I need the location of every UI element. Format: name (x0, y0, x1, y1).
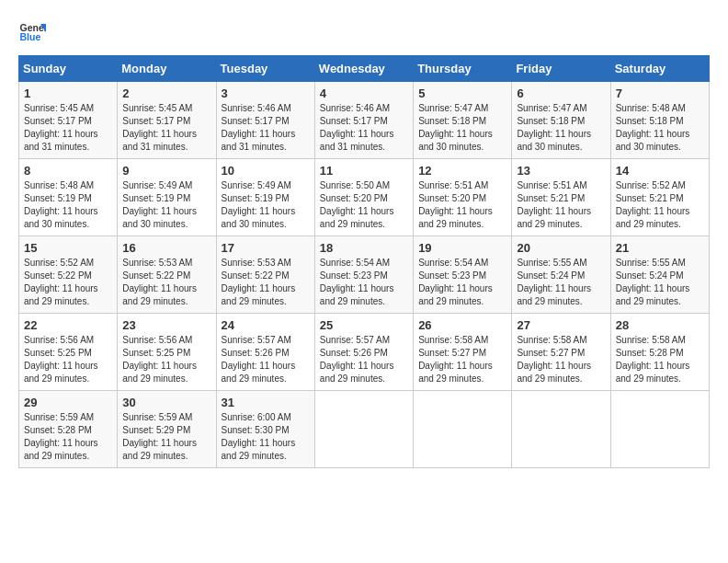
logo: General Blue (18, 18, 46, 46)
day-number: 13 (517, 164, 605, 178)
calendar-cell: 3Sunrise: 5:46 AMSunset: 5:17 PMDaylight… (216, 82, 314, 159)
day-info: Sunrise: 5:58 AMSunset: 5:28 PMDaylight:… (616, 334, 704, 385)
day-info: Sunrise: 5:46 AMSunset: 5:17 PMDaylight:… (320, 102, 408, 154)
col-header-saturday: Saturday (610, 56, 709, 82)
day-number: 10 (222, 164, 310, 178)
calendar-week-row: 1Sunrise: 5:45 AMSunset: 5:17 PMDaylight… (19, 82, 710, 159)
day-info: Sunrise: 5:53 AMSunset: 5:22 PMDaylight:… (122, 257, 210, 308)
calendar-week-row: 29Sunrise: 5:59 AMSunset: 5:28 PMDayligh… (19, 391, 710, 468)
logo-icon: General Blue (18, 18, 46, 46)
day-info: Sunrise: 5:58 AMSunset: 5:27 PMDaylight:… (517, 334, 605, 385)
day-info: Sunrise: 5:59 AMSunset: 5:29 PMDaylight:… (122, 411, 210, 463)
day-info: Sunrise: 5:57 AMSunset: 5:26 PMDaylight:… (222, 334, 310, 385)
day-number: 25 (320, 318, 408, 332)
day-info: Sunrise: 5:49 AMSunset: 5:19 PMDaylight:… (122, 179, 210, 231)
day-number: 12 (418, 164, 506, 178)
day-number: 30 (122, 396, 210, 409)
calendar-cell: 30Sunrise: 5:59 AMSunset: 5:29 PMDayligh… (118, 391, 216, 468)
day-number: 17 (222, 241, 310, 255)
calendar-cell: 27Sunrise: 5:58 AMSunset: 5:27 PMDayligh… (512, 314, 610, 391)
calendar-cell: 14Sunrise: 5:52 AMSunset: 5:21 PMDayligh… (610, 159, 709, 236)
calendar-cell: 11Sunrise: 5:50 AMSunset: 5:20 PMDayligh… (314, 159, 413, 236)
day-info: Sunrise: 5:47 AMSunset: 5:18 PMDaylight:… (418, 102, 506, 154)
day-info: Sunrise: 5:45 AMSunset: 5:17 PMDaylight:… (122, 102, 210, 154)
day-info: Sunrise: 5:52 AMSunset: 5:21 PMDaylight:… (616, 179, 704, 231)
day-info: Sunrise: 5:55 AMSunset: 5:24 PMDaylight:… (616, 257, 704, 308)
calendar-cell (512, 391, 610, 468)
day-info: Sunrise: 5:54 AMSunset: 5:23 PMDaylight:… (418, 257, 506, 308)
day-number: 15 (24, 241, 112, 255)
day-number: 20 (517, 241, 605, 255)
day-number: 31 (222, 396, 310, 409)
day-number: 18 (320, 241, 408, 255)
day-number: 16 (122, 241, 210, 255)
day-info: Sunrise: 5:51 AMSunset: 5:21 PMDaylight:… (517, 179, 605, 231)
calendar-cell: 17Sunrise: 5:53 AMSunset: 5:22 PMDayligh… (216, 236, 314, 314)
calendar-cell: 10Sunrise: 5:49 AMSunset: 5:19 PMDayligh… (216, 159, 314, 236)
day-info: Sunrise: 5:51 AMSunset: 5:20 PMDaylight:… (418, 179, 506, 231)
calendar-cell: 9Sunrise: 5:49 AMSunset: 5:19 PMDaylight… (118, 159, 216, 236)
day-info: Sunrise: 5:52 AMSunset: 5:22 PMDaylight:… (24, 257, 112, 308)
calendar-cell (314, 391, 413, 468)
day-number: 24 (222, 318, 310, 332)
day-number: 23 (122, 318, 210, 332)
calendar-week-row: 15Sunrise: 5:52 AMSunset: 5:22 PMDayligh… (19, 236, 710, 314)
day-number: 22 (24, 318, 112, 332)
day-info: Sunrise: 5:56 AMSunset: 5:25 PMDaylight:… (122, 334, 210, 385)
day-info: Sunrise: 5:59 AMSunset: 5:28 PMDaylight:… (24, 411, 112, 463)
calendar-week-row: 8Sunrise: 5:48 AMSunset: 5:19 PMDaylight… (19, 159, 710, 236)
calendar-cell: 26Sunrise: 5:58 AMSunset: 5:27 PMDayligh… (414, 314, 512, 391)
calendar-cell: 15Sunrise: 5:52 AMSunset: 5:22 PMDayligh… (19, 236, 118, 314)
col-header-friday: Friday (512, 56, 610, 82)
calendar-cell: 2Sunrise: 5:45 AMSunset: 5:17 PMDaylight… (118, 82, 216, 159)
day-info: Sunrise: 5:53 AMSunset: 5:22 PMDaylight:… (222, 257, 310, 308)
col-header-tuesday: Tuesday (216, 56, 314, 82)
calendar-cell: 8Sunrise: 5:48 AMSunset: 5:19 PMDaylight… (19, 159, 118, 236)
day-number: 1 (24, 86, 112, 100)
day-number: 27 (517, 318, 605, 332)
calendar-week-row: 22Sunrise: 5:56 AMSunset: 5:25 PMDayligh… (19, 314, 710, 391)
calendar-cell: 22Sunrise: 5:56 AMSunset: 5:25 PMDayligh… (19, 314, 118, 391)
day-info: Sunrise: 5:58 AMSunset: 5:27 PMDaylight:… (418, 334, 506, 385)
day-number: 4 (320, 86, 408, 100)
header: General Blue (18, 18, 710, 46)
col-header-sunday: Sunday (19, 56, 118, 82)
calendar-cell (610, 391, 709, 468)
calendar-cell: 12Sunrise: 5:51 AMSunset: 5:20 PMDayligh… (414, 159, 512, 236)
day-info: Sunrise: 5:45 AMSunset: 5:17 PMDaylight:… (24, 102, 112, 154)
day-info: Sunrise: 5:48 AMSunset: 5:19 PMDaylight:… (24, 179, 112, 231)
day-number: 28 (616, 318, 704, 332)
calendar-cell: 13Sunrise: 5:51 AMSunset: 5:21 PMDayligh… (512, 159, 610, 236)
day-info: Sunrise: 5:48 AMSunset: 5:18 PMDaylight:… (616, 102, 704, 154)
calendar-header-row: SundayMondayTuesdayWednesdayThursdayFrid… (19, 56, 710, 82)
day-info: Sunrise: 5:46 AMSunset: 5:17 PMDaylight:… (222, 102, 310, 154)
day-info: Sunrise: 5:49 AMSunset: 5:19 PMDaylight:… (222, 179, 310, 231)
calendar-cell: 29Sunrise: 5:59 AMSunset: 5:28 PMDayligh… (19, 391, 118, 468)
calendar-cell: 20Sunrise: 5:55 AMSunset: 5:24 PMDayligh… (512, 236, 610, 314)
day-number: 29 (24, 396, 112, 409)
calendar-cell: 5Sunrise: 5:47 AMSunset: 5:18 PMDaylight… (414, 82, 512, 159)
day-number: 6 (517, 86, 605, 100)
calendar-cell: 16Sunrise: 5:53 AMSunset: 5:22 PMDayligh… (118, 236, 216, 314)
col-header-monday: Monday (118, 56, 216, 82)
calendar-cell: 1Sunrise: 5:45 AMSunset: 5:17 PMDaylight… (19, 82, 118, 159)
col-header-wednesday: Wednesday (314, 56, 413, 82)
day-info: Sunrise: 5:55 AMSunset: 5:24 PMDaylight:… (517, 257, 605, 308)
day-number: 5 (418, 86, 506, 100)
day-info: Sunrise: 6:00 AMSunset: 5:30 PMDaylight:… (222, 411, 310, 463)
calendar-cell: 23Sunrise: 5:56 AMSunset: 5:25 PMDayligh… (118, 314, 216, 391)
calendar-table: SundayMondayTuesdayWednesdayThursdayFrid… (18, 55, 710, 468)
day-number: 19 (418, 241, 506, 255)
day-info: Sunrise: 5:56 AMSunset: 5:25 PMDaylight:… (24, 334, 112, 385)
day-number: 8 (24, 164, 112, 178)
day-info: Sunrise: 5:50 AMSunset: 5:20 PMDaylight:… (320, 179, 408, 231)
day-number: 26 (418, 318, 506, 332)
calendar-cell (414, 391, 512, 468)
calendar-cell: 24Sunrise: 5:57 AMSunset: 5:26 PMDayligh… (216, 314, 314, 391)
day-number: 3 (222, 86, 310, 100)
calendar-cell: 18Sunrise: 5:54 AMSunset: 5:23 PMDayligh… (314, 236, 413, 314)
day-number: 7 (616, 86, 704, 100)
day-info: Sunrise: 5:47 AMSunset: 5:18 PMDaylight:… (517, 102, 605, 154)
calendar-cell: 6Sunrise: 5:47 AMSunset: 5:18 PMDaylight… (512, 82, 610, 159)
day-number: 11 (320, 164, 408, 178)
